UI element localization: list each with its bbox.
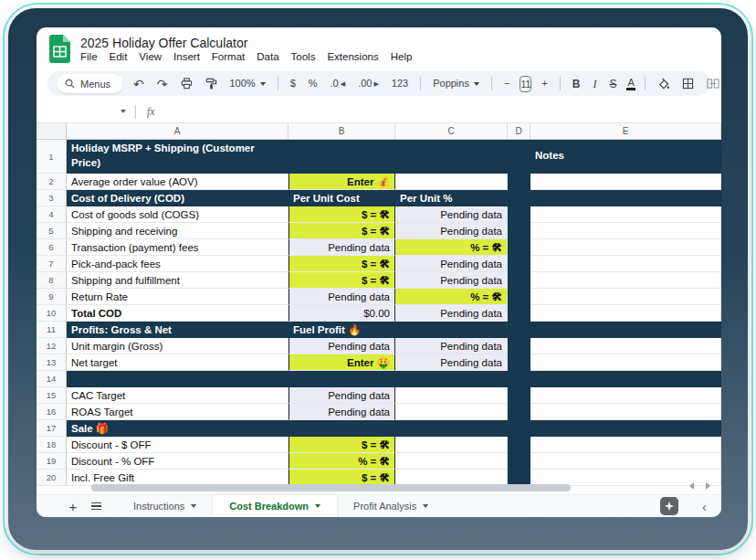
print-icon[interactable] xyxy=(178,77,195,90)
cell-E6[interactable] xyxy=(530,239,721,256)
row-header-14[interactable]: 14 xyxy=(37,371,67,387)
cell-C15[interactable] xyxy=(395,387,508,404)
cell-A3[interactable]: Cost of Delivery (COD) xyxy=(67,190,289,206)
cell-E11[interactable] xyxy=(530,322,721,338)
cell-B15[interactable]: Pending data xyxy=(289,387,395,404)
menu-data[interactable]: Data xyxy=(257,51,278,62)
cell-E4[interactable] xyxy=(530,206,721,223)
bold-button[interactable]: B xyxy=(570,78,583,90)
cell-E7[interactable] xyxy=(530,256,721,272)
borders-button[interactable] xyxy=(679,77,697,90)
row-header-15[interactable]: 15 xyxy=(37,387,67,404)
cell-C7[interactable]: Pending data xyxy=(395,256,508,272)
cell-E10[interactable] xyxy=(530,305,721,322)
cell-C11[interactable] xyxy=(395,322,508,338)
row-header-9[interactable]: 9 xyxy=(37,289,67,305)
paint-format-icon[interactable] xyxy=(203,77,220,90)
cell-E14[interactable] xyxy=(530,371,721,387)
tab-dropdown-icon[interactable] xyxy=(191,504,196,508)
column-header-B[interactable]: B xyxy=(289,123,395,139)
add-sheet-button[interactable]: + xyxy=(62,499,84,514)
font-size-field[interactable]: 11 xyxy=(520,76,531,92)
select-all-corner[interactable] xyxy=(37,123,67,139)
cell-D11[interactable] xyxy=(508,322,530,338)
row-header-2[interactable]: 2 xyxy=(37,174,67,190)
cell-D18[interactable] xyxy=(508,437,530,453)
row-header-11[interactable]: 11 xyxy=(37,322,67,338)
row-header-7[interactable]: 7 xyxy=(37,256,67,272)
cell-E15[interactable] xyxy=(530,387,721,404)
cell-A18[interactable]: Discount - $ OFF xyxy=(67,437,289,453)
row-header-18[interactable]: 18 xyxy=(37,437,67,453)
column-header-A[interactable]: A xyxy=(67,123,289,139)
cell-E8[interactable] xyxy=(530,272,721,289)
tab-dropdown-icon[interactable] xyxy=(423,504,428,508)
cell-B10[interactable]: $0.00 xyxy=(289,305,395,322)
row-header-8[interactable]: 8 xyxy=(37,272,67,289)
column-header-E[interactable]: E xyxy=(530,123,721,139)
cell-E3[interactable] xyxy=(530,190,721,206)
tab-dropdown-icon[interactable] xyxy=(315,504,320,508)
horizontal-scrollbar[interactable] xyxy=(91,484,571,491)
all-sheets-icon[interactable] xyxy=(84,502,108,511)
italic-button[interactable]: I xyxy=(590,78,599,90)
cell-C3[interactable]: Per Unit % xyxy=(395,190,508,206)
cell-C4[interactable]: Pending data xyxy=(395,206,508,223)
cell-A7[interactable]: Pick-and-pack fees xyxy=(67,256,289,272)
menu-tools[interactable]: Tools xyxy=(291,51,316,62)
row-header-3[interactable]: 3 xyxy=(37,190,67,206)
cell-A16[interactable]: ROAS Target xyxy=(67,404,289,420)
cell-B2[interactable]: Enter 💰 xyxy=(289,174,395,190)
cell-A10[interactable]: Total COD xyxy=(67,305,289,322)
row-header-20[interactable]: 20 xyxy=(37,470,67,486)
cell-E1[interactable]: Notes xyxy=(530,140,721,174)
cell-B6[interactable]: Pending data xyxy=(289,239,395,256)
cell-E13[interactable] xyxy=(530,354,721,371)
menu-insert[interactable]: Insert xyxy=(173,51,200,62)
menu-view[interactable]: View xyxy=(139,51,162,62)
cell-C17[interactable] xyxy=(395,420,508,437)
column-header-C[interactable]: C xyxy=(395,123,508,139)
row-header-19[interactable]: 19 xyxy=(37,453,67,470)
cell-A12[interactable]: Unit margin (Gross) xyxy=(67,338,289,354)
collapse-panel-icon[interactable]: ‹ xyxy=(702,500,707,513)
zoom-control[interactable]: 100% xyxy=(227,78,268,90)
cell-B18[interactable]: $ = 🛠 xyxy=(289,437,395,453)
decrease-font-size-button[interactable]: − xyxy=(501,78,512,90)
name-box[interactable] xyxy=(49,110,133,113)
undo-icon[interactable]: ↶ xyxy=(131,77,147,91)
cell-B14[interactable] xyxy=(289,371,395,387)
cell-C8[interactable]: Pending data xyxy=(395,272,508,289)
tab-profit-analysis[interactable]: Profit Analysis xyxy=(337,495,445,517)
cell-C1[interactable] xyxy=(395,140,508,174)
cell-D13[interactable] xyxy=(508,354,530,371)
cell-A6[interactable]: Transaction (payment) fees xyxy=(67,239,289,256)
column-header-D[interactable]: D xyxy=(508,123,530,139)
cell-C6[interactable]: % = 🛠 xyxy=(395,239,508,256)
cell-D2[interactable] xyxy=(508,174,530,190)
sheets-logo-icon[interactable] xyxy=(49,35,70,63)
cell-E9[interactable] xyxy=(530,289,721,305)
cell-D5[interactable] xyxy=(508,223,530,239)
cell-C2[interactable] xyxy=(395,174,508,190)
menu-extensions[interactable]: Extensions xyxy=(327,51,378,62)
cell-D8[interactable] xyxy=(508,272,530,289)
text-color-button[interactable]: A xyxy=(626,78,635,90)
cell-B17[interactable] xyxy=(289,420,395,437)
cell-A8[interactable]: Shipping and fulfillment xyxy=(67,272,289,289)
cell-A9[interactable]: Return Rate xyxy=(67,289,289,305)
cell-B5[interactable]: $ = 🛠 xyxy=(289,223,395,239)
row-header-10[interactable]: 10 xyxy=(37,305,67,322)
row-header-6[interactable]: 6 xyxy=(37,239,67,256)
strikethrough-button[interactable]: S xyxy=(606,78,619,90)
cell-D12[interactable] xyxy=(508,338,530,354)
format-currency-button[interactable]: $ xyxy=(288,78,299,90)
font-family-control[interactable]: Poppins xyxy=(430,78,482,90)
cell-D14[interactable] xyxy=(508,371,530,387)
cell-D19[interactable] xyxy=(508,453,530,470)
cell-E17[interactable] xyxy=(530,420,721,437)
cell-E5[interactable] xyxy=(530,223,721,239)
row-header-12[interactable]: 12 xyxy=(37,338,67,354)
row-header-4[interactable]: 4 xyxy=(37,206,67,223)
menu-file[interactable]: File xyxy=(80,51,98,62)
